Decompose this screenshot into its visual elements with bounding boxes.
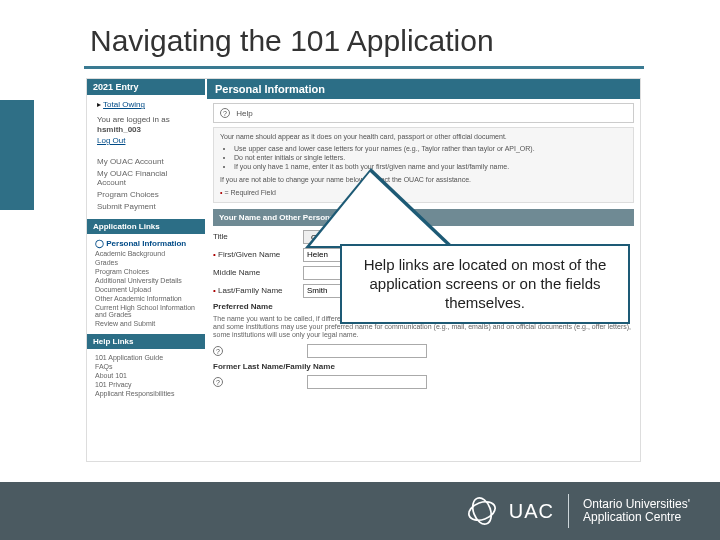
help-link[interactable]: Applicant Responsibilities: [95, 390, 197, 397]
application-links-header: Application Links: [87, 219, 205, 234]
help-links: 101 Application Guide FAQs About 101 101…: [87, 349, 205, 402]
logo-mark-icon: [465, 494, 499, 528]
application-links: ◯ Personal Information Academic Backgrou…: [87, 234, 205, 332]
slide-footer: UAC Ontario Universities' Application Ce…: [0, 482, 720, 540]
sidebar-item[interactable]: Additional University Details: [95, 277, 197, 284]
sidebar-item[interactable]: Grades: [95, 259, 197, 266]
former-name-label: Former Last Name/Family Name: [213, 362, 353, 371]
title-underline: [84, 66, 644, 69]
sidebar-item[interactable]: Review and Submit: [95, 320, 197, 327]
help-button[interactable]: ? Help: [213, 103, 634, 123]
required-legend: = Required Field: [224, 189, 276, 196]
login-username: hsmith_003: [97, 125, 141, 134]
quick-links: My OUAC Account My OUAC Financial Accoun…: [87, 151, 205, 217]
note-item: Do not enter initials or single letters.: [234, 153, 627, 162]
quick-link[interactable]: Program Choices: [97, 190, 195, 199]
field-help-icon[interactable]: ?: [213, 377, 223, 387]
logo-text-main: UAC: [509, 500, 554, 523]
help-icon: ?: [220, 108, 230, 118]
total-owing-row[interactable]: ▸ Total Owing: [87, 95, 205, 112]
sidebar-item[interactable]: Other Academic Information: [95, 295, 197, 302]
note-lead: Your name should appear as it does on yo…: [220, 132, 627, 141]
slide-accent-bar: [0, 100, 34, 210]
help-links-header: Help Links: [87, 334, 205, 349]
login-status: You are logged in as hsmith_003 Log Out: [87, 112, 205, 151]
quick-link[interactable]: My OUAC Financial Account: [97, 169, 195, 187]
help-callout: Help links are located on most of the ap…: [340, 244, 630, 324]
panel-title: Personal Information: [207, 79, 640, 99]
help-link[interactable]: 101 Application Guide: [95, 354, 197, 361]
preferred-name-input[interactable]: [307, 344, 427, 358]
help-button-label: Help: [236, 109, 252, 118]
callout-pointer-fill: [310, 172, 472, 246]
callout-text: Help links are located on most of the ap…: [364, 256, 607, 311]
quick-link[interactable]: My OUAC Account: [97, 157, 195, 166]
logout-link[interactable]: Log Out: [97, 136, 125, 145]
slide-title: Navigating the 101 Application: [90, 24, 494, 58]
field-help-icon[interactable]: ?: [213, 346, 223, 356]
login-line: You are logged in as: [97, 115, 195, 125]
sidebar-item[interactable]: Current High School Information and Grad…: [95, 304, 197, 318]
help-link[interactable]: About 101: [95, 372, 197, 379]
sidebar-item[interactable]: Program Choices: [95, 268, 197, 275]
screenshot-sidebar: 2021 Entry ▸ Total Owing You are logged …: [87, 79, 205, 461]
sidebar-item[interactable]: Academic Background: [95, 250, 197, 257]
entry-year-header: 2021 Entry: [87, 79, 205, 95]
quick-link[interactable]: Submit Payment: [97, 202, 195, 211]
sidebar-item-personal-info[interactable]: ◯ Personal Information: [95, 239, 197, 248]
last-name-label: Last/Family Name: [213, 286, 303, 295]
note-item: Use upper case and lower case letters fo…: [234, 144, 627, 153]
help-link[interactable]: 101 Privacy: [95, 381, 197, 388]
total-owing-link[interactable]: Total Owing: [103, 100, 145, 109]
logo-text-line2: Application Centre: [583, 511, 690, 524]
middle-name-label: Middle Name: [213, 268, 303, 277]
preferred-name-label: Preferred Name: [213, 302, 303, 311]
logo-divider: [568, 494, 569, 528]
sidebar-item[interactable]: Document Upload: [95, 286, 197, 293]
svg-point-0: [466, 498, 497, 523]
help-link[interactable]: FAQs: [95, 363, 197, 370]
svg-point-1: [469, 495, 494, 526]
ouac-logo: UAC Ontario Universities' Application Ce…: [465, 494, 690, 528]
first-name-label: First/Given Name: [213, 250, 303, 259]
former-name-input[interactable]: [307, 375, 427, 389]
title-label: Title: [213, 232, 303, 241]
